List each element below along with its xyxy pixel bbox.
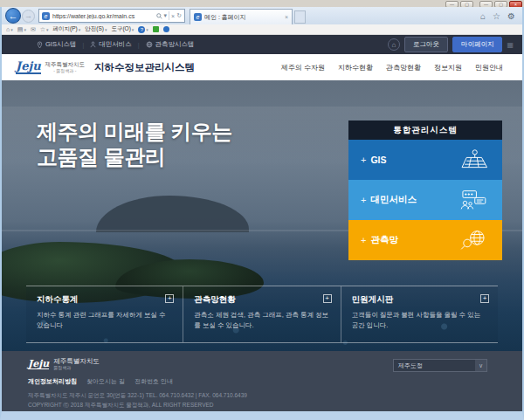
forward-button[interactable]: → [22,10,35,23]
card-title: 관측망현황 [194,294,329,306]
tab-close-icon[interactable]: × [285,14,288,20]
mountain-silhouette-decor [96,196,249,232]
footer-address: 제주특별자치도 제주시 문연로 30(연동 322-1) TEL. 064.71… [28,391,496,410]
browser-chrome: ← → e https://water.jeju.go.kr/main.cs ▾… [2,7,522,24]
card-title: 지하수통계 [37,294,172,306]
utility-link-monitoring-system[interactable]: 관측망시스템 [146,40,195,49]
nav-item-monitoring-status[interactable]: 관측망현황 [386,63,421,72]
main-navigation: 제주의 수자원 지하수현황 관측망현황 정보지원 민원안내 [281,63,508,72]
help-icon: ? [138,26,145,33]
addon-icon[interactable] [153,26,159,32]
print-menu-button[interactable]: ☆▾ [40,26,49,33]
site-favicon-icon: e [42,12,50,20]
back-button[interactable]: ← [5,8,21,24]
home-button[interactable]: ⌂ [388,38,400,51]
stop-icon[interactable]: × [171,13,175,19]
divider [169,11,169,20]
dropdown-arrow-icon: ▾ [146,27,148,32]
site-header: Jeju 제주특별자치도 - 물정책과 - 지하수정보관리시스템 제주의 수자원… [2,54,522,80]
page-footer: Jeju 제주특별자치도 물정책과 제주도청 ∨ 개인정보처리방침 찾아오시는 … [2,351,522,411]
card-description: 관측소 제원 검색, 관측 그래프, 관측 통계 정보를 보실 수 있습니다. [194,310,329,330]
home-icon[interactable]: ⌂ [480,11,486,21]
copyright-line: COPYRIGHT ⓒ 2018 제주특별자치도 물정책과, ALL RIGHT… [28,401,496,410]
logout-button[interactable]: 로그아웃 [404,37,448,52]
globe-icon [146,41,153,48]
jeju-logo: Jeju [16,60,41,74]
monitoring-network-button[interactable]: +관측망 [348,220,502,260]
menu-tools[interactable]: 도구(O)▾ [111,25,134,33]
home-icon: ⌂ [392,41,396,49]
search-icon[interactable] [156,13,162,19]
plus-icon[interactable]: + [165,294,174,303]
favorites-star-icon[interactable]: ☆ [493,11,500,21]
plus-icon: + [361,155,366,165]
search-dropdown-icon[interactable]: ▾ [164,12,168,19]
home-menu-button[interactable]: ⌂▾ [6,26,13,32]
address-bar[interactable]: e https://water.jeju.go.kr/main.cs ▾ × ↻ [38,9,185,23]
utility-link-gis[interactable]: GIS시스템 [37,40,76,49]
card-description: 지하수 통계 관련 그래프를 자세하게 보실 수 있습니다 [37,310,172,330]
new-tab-button[interactable] [294,10,306,24]
address-line: 제주특별자치도 제주시 문연로 30(연동 322-1) TEL. 064.71… [28,391,496,400]
hero-section: 제주의 미래를 키우는 고품질 물관리 통합관리시스템 +GIS +대민서비스 [2,80,522,351]
refresh-icon[interactable]: ↻ [176,12,182,19]
menu-page[interactable]: 페이지(P)▾ [53,25,81,33]
page-icon: ▤ [17,26,24,33]
mypage-button[interactable]: 마이페이지 [452,37,503,52]
footer-dept-text: 물정책과 [53,366,100,371]
ie-browser-window: ← → e https://water.jeju.go.kr/main.cs ▾… [0,7,524,420]
nav-item-water-resources[interactable]: 제주의 수자원 [281,63,325,72]
plus-icon[interactable]: + [323,294,332,303]
dropdown-arrow-icon: ▾ [46,27,49,32]
info-card-groundwater-stats[interactable]: 지하수통계 지하수 통계 관련 그래프를 자세하게 보실 수 있습니다 + [26,286,183,342]
map-pin-icon [37,41,43,49]
phone-guide-link[interactable]: 전화번호 안내 [134,377,173,386]
grid-menu-icon[interactable]: ▦ [507,41,514,49]
dropdown-arrow-icon: ▾ [105,27,107,32]
logo-org-text: 제주특별자치도 [45,61,86,68]
ie-command-bar: ⌂▾ ▤▾ ✉ ☆▾ 페이지(P)▾ 안전(S)▾ 도구(O)▾ ?▾ [2,24,522,35]
privacy-policy-link[interactable]: 개인정보처리방침 [28,377,77,386]
divider: | [138,42,140,48]
logo-dept-text: - 물정책과 - [45,68,86,73]
mail-icon: ✉ [31,26,36,33]
settings-gear-icon[interactable]: ⚙ [507,11,515,21]
plus-icon: + [361,235,366,245]
hero-heading: 제주의 미래를 키우는 고품질 물관리 [37,119,232,170]
dropdown-arrow-icon: ▾ [79,27,81,32]
info-bar: 지하수통계 지하수 통계 관련 그래프를 자세하게 보실 수 있습니다 + 관측… [26,286,498,343]
utility-link-public-service[interactable]: 대민서비스 [90,40,132,49]
site-title: 지하수정보관리시스템 [94,61,195,74]
read-mail-button[interactable]: ✉ [31,26,36,33]
url-text[interactable]: https://water.jeju.go.kr/main.cs [52,13,156,19]
dropdown-arrow-icon: ▾ [132,27,134,32]
person-icon [90,41,96,48]
chevron-down-icon: ∨ [475,360,486,371]
help-menu-button[interactable]: ?▾ [138,26,148,33]
chat-people-icon [457,188,490,212]
info-card-civil-board[interactable]: 민원게시판 고객들이 질문과 불편 사항들을 올릴 수 있는 공간 입니다. + [341,286,498,342]
plus-icon[interactable]: + [480,294,489,303]
gis-button[interactable]: +GIS [348,140,502,180]
nav-item-info-support[interactable]: 정보지원 [434,63,462,72]
nav-item-groundwater-status[interactable]: 지하수현황 [338,63,373,72]
home-icon: ⌂ [6,26,10,32]
star-icon: ☆ [40,26,45,33]
related-site-select[interactable]: 제주도청 ∨ [393,359,487,372]
globe-search-icon [457,228,490,252]
nav-item-civil-service[interactable]: 민원안내 [475,63,503,72]
card-title: 민원게시판 [352,294,487,306]
site-logo[interactable]: Jeju 제주특별자치도 - 물정책과 - 지하수정보관리시스템 [16,60,195,74]
browser-tab[interactable]: e 메인 : 홈페이지 × [190,9,293,24]
integrated-system-panel: 통합관리시스템 +GIS +대민서비스 [348,120,502,260]
feeds-menu-button[interactable]: ▤▾ [17,26,26,33]
map-gis-icon [457,148,490,172]
menu-safety[interactable]: 안전(S)▾ [85,25,107,33]
directions-link[interactable]: 찾아오시는 길 [86,377,125,386]
public-service-button[interactable]: +대민서비스 [348,180,502,220]
tab-title: 메인 : 홈페이지 [204,13,285,22]
jeju-logo: Jeju [28,359,49,369]
addon-icon[interactable] [163,26,169,32]
info-card-monitoring-status[interactable]: 관측망현황 관측소 제원 검색, 관측 그래프, 관측 통계 정보를 보실 수 … [183,286,340,342]
plus-icon: + [361,195,366,205]
